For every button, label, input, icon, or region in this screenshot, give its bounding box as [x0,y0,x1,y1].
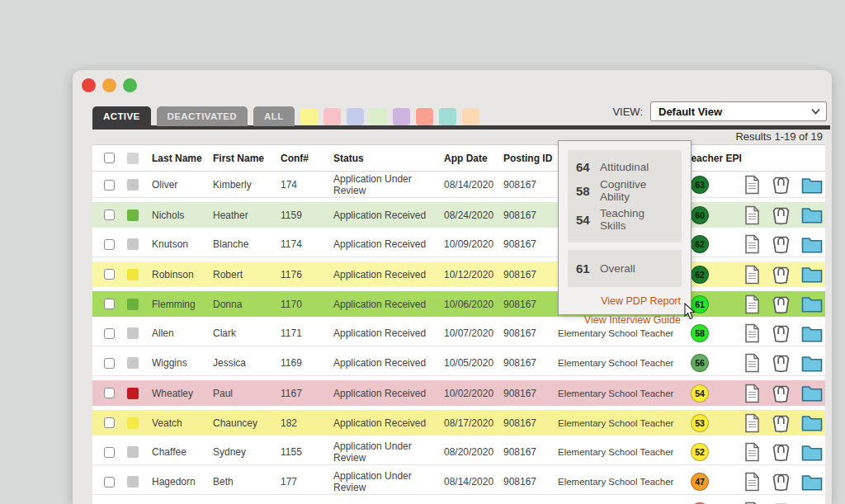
document-icon[interactable] [744,442,761,462]
document-icon[interactable] [744,413,761,433]
row-checkbox[interactable] [104,210,115,220]
epi-score-badge[interactable]: 62 [691,266,709,284]
tab-all[interactable]: ALL [253,106,295,126]
document-icon[interactable] [744,384,761,403]
select-all-checkbox[interactable] [104,153,115,163]
teal-filter[interactable] [439,108,456,125]
cell-conf: 1174 [281,238,333,250]
epi-score-badge[interactable]: 63 [691,176,709,194]
document-icon[interactable] [744,353,761,373]
folder-icon[interactable] [801,444,823,461]
purple-filter[interactable] [393,108,410,125]
tab-active[interactable]: ACTIVE [92,106,151,126]
row-checkbox[interactable] [104,447,115,458]
table-row[interactable]: Chaffee Sydney 1155 Application Under Re… [92,440,825,465]
row-checkbox[interactable] [104,417,115,428]
trash-icon[interactable] [771,384,791,403]
folder-icon[interactable] [801,177,823,194]
results-summary: Results 1-19 of 19 [735,130,823,143]
document-icon[interactable] [744,205,761,225]
trash-icon[interactable] [771,472,791,492]
cell-app-date: 10/07/2020 [444,327,503,339]
trash-icon[interactable] [771,175,791,195]
folder-icon[interactable] [801,206,823,224]
header-app-date[interactable]: App Date [444,153,503,164]
row-checkbox[interactable] [104,358,115,369]
table-row[interactable]: Wiggins Jessica 1169 Application Receive… [92,351,825,376]
row-checkbox[interactable] [104,180,115,191]
status-color-header-square [127,153,139,164]
table-row[interactable]: Oliver Kimberly 174 Application Under Re… [92,172,825,198]
epi-score-badge[interactable]: 56 [691,354,709,372]
table-row[interactable]: Wheatley Paul 1167 Application Received … [92,380,825,406]
document-icon[interactable] [744,234,761,254]
trash-icon[interactable] [771,265,791,285]
trash-icon[interactable] [771,205,791,225]
trash-icon[interactable] [771,234,791,254]
table-row[interactable]: Hagedorn Beth 177 Application Under Revi… [92,469,825,495]
trash-icon[interactable] [771,323,791,343]
header-last-name[interactable]: Last Name [152,153,213,164]
epi-score-badge[interactable]: 60 [691,206,709,224]
folder-icon[interactable] [801,473,823,491]
link-view-pdp-report[interactable]: View PDP Report [559,295,681,307]
header-posting-id[interactable]: Posting ID [503,153,558,164]
table-row[interactable]: Robinson Robert 1176 Application Receive… [92,261,825,287]
folder-icon[interactable] [801,325,823,342]
zoom-button[interactable] [123,78,137,92]
epi-score-badge[interactable]: 54 [691,384,709,403]
pink-filter[interactable] [323,108,341,125]
table-row[interactable]: Knutson Blanche 1174 Application Receive… [92,232,825,257]
header-first-name[interactable]: First Name [213,153,281,164]
row-checkbox[interactable] [104,269,115,280]
trash-icon[interactable] [771,353,791,373]
folder-icon[interactable] [801,384,823,402]
cell-last-name: Wiggins [152,357,213,369]
epi-score-badge[interactable]: 52 [691,443,709,461]
row-checkbox[interactable] [104,328,115,339]
folder-icon[interactable] [801,355,823,372]
folder-icon[interactable] [801,266,823,283]
peach-filter[interactable] [462,108,479,125]
table-row[interactable]: Veatch Chauncey 182 Application Received… [92,410,825,436]
salmon-filter[interactable] [416,108,433,125]
table-row[interactable] [92,499,825,504]
yellow-filter[interactable] [300,108,318,125]
light-green-filter[interactable] [370,108,387,125]
table-row[interactable]: Nichols Heather 1159 Application Receive… [92,202,825,228]
link-view-interview-guide[interactable]: View Interview Guide [559,314,681,326]
trash-icon[interactable] [771,294,791,314]
epi-score-badge[interactable]: 47 [691,473,709,491]
header-conf[interactable]: Conf# [281,153,333,164]
trash-icon[interactable] [771,442,791,462]
document-icon[interactable] [744,472,761,492]
document-icon[interactable] [744,265,761,285]
row-checkbox[interactable] [104,477,115,488]
document-icon[interactable] [744,294,761,314]
status-square [127,446,139,458]
epi-score-badge[interactable]: 62 [691,235,709,253]
folder-icon[interactable] [801,236,823,253]
epi-score-badge[interactable]: 58 [691,324,709,342]
folder-icon[interactable] [801,414,823,431]
header-status[interactable]: Status [333,153,444,164]
row-checkbox[interactable] [104,299,115,309]
table-row[interactable]: Allen Clark 1171 Application Received 10… [92,321,825,346]
document-icon[interactable] [744,175,761,195]
header-teacher-epi[interactable]: Teacher EPI [686,153,742,164]
overall-score-value: 61 [576,261,592,276]
epi-score-badge[interactable]: 53 [691,414,709,432]
row-checkbox[interactable] [104,239,115,250]
tab-deactivated[interactable]: DEACTIVATED [157,106,248,126]
cell-app-date: 08/14/2020 [444,476,503,488]
periwinkle-filter[interactable] [347,108,364,125]
minimize-button[interactable] [102,78,116,92]
row-checkbox[interactable] [104,388,115,398]
epi-overall-box: 61 Overall [568,250,682,287]
table-row[interactable]: Flemming Donna 1170 Application Received… [92,291,825,317]
document-icon[interactable] [744,323,761,343]
close-button[interactable] [82,78,96,92]
folder-icon[interactable] [801,295,823,313]
trash-icon[interactable] [771,413,791,433]
view-dropdown[interactable]: Default View [650,101,827,121]
